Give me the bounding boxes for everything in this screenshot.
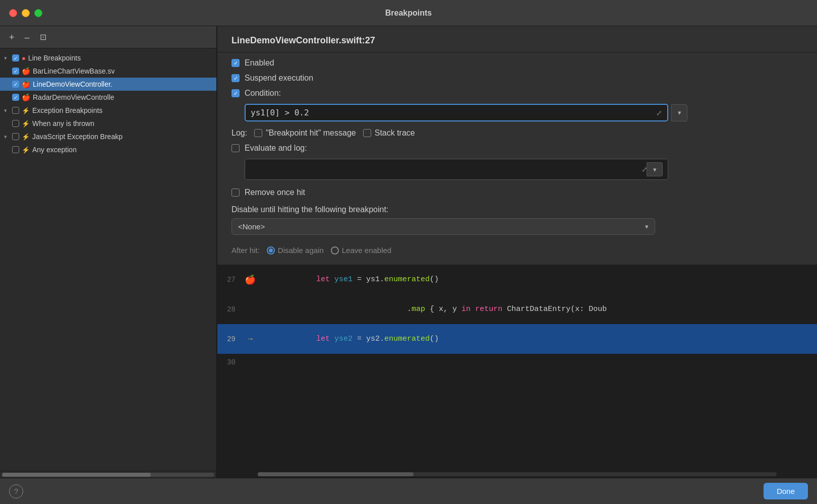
lightning-icon: ⚡ [22,107,30,114]
evaluate-checkbox[interactable] [231,144,240,152]
code-line-30: 30 [217,354,817,371]
suspend-execution-checkbox[interactable] [231,74,240,82]
condition-input[interactable] [251,108,653,117]
sidebar-item-js-exception[interactable]: ⚡ JavaScript Exception Breakp [0,130,216,143]
js-exception-checkbox[interactable] [12,133,19,140]
line-number-29: 29 [217,335,243,343]
red-apple-icon2: 🍎 [22,80,30,88]
sidebar-item-exception-breakpoints[interactable]: ⚡ Exception Breakpoints [0,104,216,117]
code-equals: = ys1. [353,275,384,284]
method-enumerated: enumerated [384,275,430,284]
expand-icon[interactable]: ⤢ [656,109,662,117]
add-breakpoint-button[interactable]: + [7,32,17,43]
enabled-checkbox[interactable] [231,59,240,67]
sidebar-horizontal-scrollbar[interactable] [0,471,216,478]
code-dot-map: . [407,305,412,313]
line-breakpoints-section: ● Line Breakpoints 🍎 BarLineChartViewBas… [0,51,216,104]
sidebar-tree: ● Line Breakpoints 🍎 BarLineChartViewBas… [0,48,216,471]
stack-trace-label: Stack trace [375,129,415,138]
sidebar-item-label: When any is thrown [32,119,94,128]
line-number-27: 27 [217,276,243,284]
code-parens2: () [430,335,439,343]
keyword-return: return [475,305,502,313]
code-line-30-content [258,360,817,364]
done-button[interactable]: Done [764,483,808,499]
disable-until-dropdown[interactable]: <None> ▾ [231,218,655,235]
help-button[interactable]: ? [9,484,23,498]
options-button[interactable]: ⊡ [38,32,48,42]
minimize-button[interactable] [22,9,30,17]
code-scrollbar-thumb [258,472,414,476]
disable-again-radio[interactable] [267,246,275,255]
chevron-icon [4,55,10,61]
sidebar-item-barline[interactable]: 🍎 BarLineChartViewBase.sv [0,65,216,78]
chevron-icon [4,107,10,114]
line-number-28: 28 [217,305,243,313]
breakpoint-dot-icon: 🍎 [245,274,256,285]
var-yse2: yse2 [334,335,353,343]
main-content: + – ⊡ ● Line Breakpoints 🍎 BarLineChartV… [0,26,817,478]
line-27-marker: 🍎 [243,274,258,285]
leave-enabled-label: Leave enabled [342,246,391,255]
line-bp-checkbox[interactable] [12,54,19,61]
h-scrollbar-track [2,473,214,477]
condition-dropdown-arrow[interactable]: ▾ [671,104,687,121]
after-hit-row: After hit: Disable again Leave enabled [231,246,803,255]
code-panel: 27 🍎 let yse1 = ys1.enumerated() 28 .ma [217,265,817,478]
maximize-button[interactable] [34,9,42,17]
condition-label: Condition: [245,89,281,98]
breakpoint-title: LineDemoViewController.swift:27 [231,35,375,45]
evaluate-input[interactable] [250,165,638,174]
sidebar-item-label: Any exception [32,146,77,154]
when-any-checkbox[interactable] [12,120,19,127]
evaluate-row: Evaluate and log: [231,144,803,153]
barline-checkbox[interactable] [12,68,19,75]
lightning-icon3: ⚡ [22,133,30,141]
remove-once-hit-checkbox[interactable] [231,188,240,197]
leave-enabled-radio[interactable] [331,246,339,255]
code-line-28: 28 .map { x, y in return ChartDataEntry(… [217,294,817,324]
sidebar-item-label: RadarDemoViewControlle [33,93,114,101]
radardemo-checkbox[interactable] [12,94,19,101]
log-row: Log: "Breakpoint hit" message Stack trac… [231,129,803,138]
any-exception-checkbox[interactable] [12,146,19,153]
condition-row: Condition: [231,89,803,98]
exception-breakpoints-section: ⚡ Exception Breakpoints ⚡ When any is th… [0,104,216,130]
remove-once-hit-row: Remove once hit [231,188,803,197]
sidebar-toolbar: + – ⊡ [0,26,216,48]
code-line-29-content: let yse2 = ys2.enumerated() [258,324,817,354]
var-yse1: yse1 [334,275,353,284]
remove-once-hit-label: Remove once hit [245,188,305,197]
remove-breakpoint-button[interactable]: – [23,32,32,43]
log-label: Log: [231,129,247,138]
js-exception-section: ⚡ JavaScript Exception Breakp ⚡ Any exce… [0,130,216,156]
code-map-body: { x, y [425,305,461,313]
disable-dropdown-arrow-icon: ▾ [645,223,649,230]
sidebar-item-line-breakpoints[interactable]: ● Line Breakpoints [0,51,216,65]
condition-input-wrap: ⤢ [245,104,668,121]
breakpoint-hit-label: "Breakpoint hit" message [266,129,356,138]
titlebar: Breakpoints [0,0,817,26]
keyword-let: let [316,275,334,284]
close-button[interactable] [9,9,17,17]
code-horizontal-scrollbar[interactable] [217,471,817,478]
code-equals2: = ys2. [353,335,384,343]
evaluate-dropdown-arrow[interactable]: ▾ [647,162,663,176]
h-scrollbar-thumb [2,473,151,477]
sidebar-item-radardemo[interactable]: 🍎 RadarDemoViewControlle [0,91,216,104]
red-apple-icon: 🍎 [22,67,30,75]
condition-checkbox[interactable] [231,89,240,97]
stack-trace-checkbox[interactable] [363,129,371,137]
code-line-27: 27 🍎 let yse1 = ys1.enumerated() [217,265,817,294]
window-title: Breakpoints [385,9,432,18]
current-line-arrow-icon: → [248,335,253,344]
breakpoint-hit-checkbox[interactable] [254,129,262,137]
linedemo-checkbox[interactable] [12,81,19,88]
exception-bp-checkbox[interactable] [12,107,19,114]
sidebar-item-when-any-thrown[interactable]: ⚡ When any is thrown [0,117,216,130]
sidebar-item-linedemo[interactable]: 🍎 LineDemoViewController. [0,78,216,91]
sidebar-item-any-exception[interactable]: ⚡ Any exception [0,143,216,156]
sidebar-item-label: BarLineChartViewBase.sv [33,67,114,75]
line-29-marker: → [243,335,258,344]
sidebar-item-label: JavaScript Exception Breakp [32,133,123,141]
